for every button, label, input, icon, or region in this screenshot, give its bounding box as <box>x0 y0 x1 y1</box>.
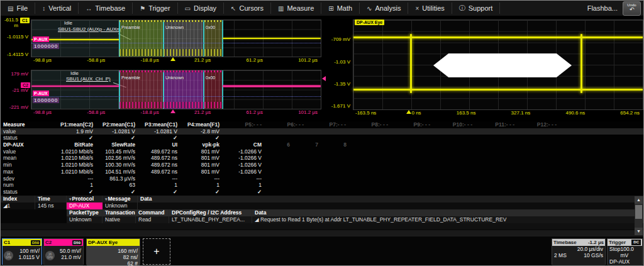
decode-subheader-data: Data <box>252 209 643 216</box>
c1-bus-chip[interactable]: P-AUX <box>33 36 49 42</box>
c2-bus-chip[interactable]: P-AUX <box>33 91 49 96</box>
c2-trigger-level-marker[interactable] <box>322 76 326 81</box>
eye-ylabel-1: -709 mV <box>323 36 350 42</box>
row-label: status <box>1 135 57 141</box>
scroll-down-icon[interactable]: ▼ <box>635 228 643 235</box>
dpaux-value: -1.0266 V <box>226 155 268 162</box>
status-check-icon: ✓ <box>142 189 184 196</box>
row-label: num <box>1 182 57 189</box>
measure-param-header[interactable]: P2:mean(C1) <box>99 121 142 128</box>
measure-param-header[interactable]: P11:- - - <box>479 121 521 128</box>
menu-item-timebase[interactable]: ↔Timebase <box>79 3 133 14</box>
c2-bus-value: 1000000 <box>33 97 59 103</box>
menu-item-display[interactable]: ▭Display <box>178 3 225 14</box>
decode-header-index[interactable]: Index <box>1 196 35 202</box>
undo-button[interactable]: Undo ↶ <box>623 1 641 16</box>
eye-diagram-grid[interactable]: DP-AUX Eye <box>353 19 643 110</box>
sort-icon: ▾ <box>105 197 108 201</box>
decode-row-time: 145 ns <box>35 202 67 209</box>
dpaux-param-header-dim: 8 <box>325 141 353 148</box>
c2-trace-idle <box>31 86 119 87</box>
measure-param-header[interactable]: P6:- - - <box>268 121 310 128</box>
eye-trace-high <box>353 36 643 38</box>
status-check-icon: ✓ <box>57 189 99 196</box>
plus-icon: + <box>153 246 159 257</box>
row-label: status <box>1 189 57 196</box>
decode-header-time[interactable]: Time <box>35 196 67 202</box>
measure-param-header[interactable]: P9:- - - <box>394 121 436 128</box>
measure-param-header[interactable]: P8:- - - <box>352 121 394 128</box>
c2-title: C2 <box>45 239 52 246</box>
menu-item-file[interactable]: ▤File <box>1 3 35 14</box>
status-check-icon: ✓ <box>226 189 268 196</box>
decode-empty-row <box>1 223 643 230</box>
measure-icon: ▥ <box>278 5 284 12</box>
c2-offset: 21.0 mV <box>60 254 81 260</box>
timebase-scale: 20.0 µs/div <box>577 246 603 252</box>
dpaux-value: 801 mV <box>184 169 226 175</box>
decode-header-message[interactable]: ▾Message <box>103 196 138 202</box>
measure-param-header[interactable]: P7:- - - <box>310 121 352 128</box>
add-trace-button[interactable]: + <box>143 238 170 265</box>
c2-ylabel-mid: -21 mV <box>1 87 28 93</box>
measure-param-header[interactable]: P1:mean(C2) <box>57 121 99 128</box>
eye-mask <box>433 53 572 77</box>
decode-row-index[interactable]: ◢1 <box>1 202 35 209</box>
timebase-samplerate: 10 GS/s <box>584 252 603 258</box>
flashback-status-text: Flashba... <box>587 4 618 12</box>
menu-item-trigger[interactable]: ⚑Trigger <box>133 3 177 14</box>
dpaux-value: 801 mV <box>184 148 226 155</box>
dpaux-value: 1 <box>142 182 184 189</box>
measure-header-row: MeasureP1:mean(C2)P2:mean(C1)P3:mean(C1)… <box>1 121 643 128</box>
c2-bits-bottom <box>119 102 223 108</box>
c2-bus-line <box>31 96 321 97</box>
menu-item-label: Timebase <box>95 4 125 12</box>
menu-item-analysis[interactable]: ∿Analysis <box>360 3 408 14</box>
decode-row-1[interactable]: ◢1 145 ns DP-AUX Unknown <box>1 202 643 209</box>
menu-item-utilities[interactable]: ×Utilities <box>408 3 452 14</box>
timebase-descriptor[interactable]: Timebase -1.2 µs 20.0 µs/div 2 MS 10 GS/… <box>552 238 606 265</box>
eye-hscale: 82 ns/ <box>118 254 138 260</box>
c2-trace-flat <box>223 86 321 87</box>
c1-waveform-grid[interactable]: Idle SBU1-SBU2 (AUXp - AUXn) Preamble Un… <box>31 19 321 57</box>
dpaux-value: --- <box>184 175 226 182</box>
c1-x-tick: 61.2 µs <box>247 57 263 63</box>
dpaux-value: 1.0210 Mbit/s <box>57 162 99 169</box>
channel-descriptor-c2[interactable]: C2 D50 16GHz 50.0 mV/ 21.0 mV <box>43 238 84 265</box>
measure-param-header[interactable]: P3:mean(C1) <box>142 121 184 128</box>
measure-param-header[interactable]: P10:- - - <box>436 121 479 128</box>
scroll-up-icon[interactable]: ▲ <box>635 196 643 204</box>
scrollbar-thumb[interactable] <box>635 205 642 219</box>
dpaux-header-row: DP-AUXBitRateSlewRateUIvpk-pkCM678 <box>1 141 643 148</box>
eye-title: DP-AUX Eye <box>88 239 118 246</box>
dpaux-value: -1.0266 V <box>226 148 268 155</box>
expand-icon[interactable]: ◢ <box>255 216 259 223</box>
c1-bus-line <box>31 43 321 43</box>
c2-x-tick: -58.8 µs <box>87 109 105 115</box>
waveform-display: -611.5 m C1 -1.0115 V -1.4115 V Idle SBU… <box>1 16 643 121</box>
channel-descriptor-c1[interactable]: C1 D50 16GHz 100 mV/ 1.0115 V <box>2 238 42 265</box>
menu-item-vertical[interactable]: ↕Vertical <box>35 3 79 14</box>
trace-descriptor-dpaux-eye[interactable]: DP-AUX Eye 160 mV/ 82 ns/ 62 # <box>86 238 140 265</box>
menu-item-math[interactable]: ⊞Math <box>321 3 360 14</box>
menu-item-cursors[interactable]: ↖Cursors <box>224 3 271 14</box>
decode-header-protocol[interactable]: ▾Protocol <box>67 196 103 202</box>
c2-waveform-grid[interactable]: Idle SBU1 (AUX_CH_P) Preamble Unknown 0x… <box>31 70 321 109</box>
dpaux-max-row: max1.0210 Mbit/s104.51 mV/s489.672 ns801… <box>1 169 643 175</box>
c1-x-tick: -58.8 µs <box>87 57 105 63</box>
dpaux-param-header: vpk-pk <box>184 141 226 148</box>
decode-subrow[interactable]: Unknown Native Read LT_TUNABLE_PHY_REPEA… <box>1 216 643 223</box>
menu-item-support[interactable]: ⓘSupport <box>452 3 501 14</box>
dpaux-value: 1.0210 Mbit/s <box>57 155 99 162</box>
menu-item-measure[interactable]: ▥Measure <box>271 3 321 14</box>
measure-param-header[interactable]: P12:- - - <box>521 121 563 128</box>
trigger-descriptor[interactable]: Trigger DC Stop 100.0 mV DP-AUX <box>607 238 643 265</box>
measure-param-header[interactable]: P4:mean(F1) <box>184 121 226 128</box>
decode-header-data[interactable]: Data <box>138 196 643 202</box>
eye-ylabel-2: -1.03 V <box>323 59 350 65</box>
dpaux-value: 102.56 mV/s <box>99 155 142 162</box>
measure-status-row: status✓✓✓✓ <box>1 135 643 141</box>
menu-item-label: Utilities <box>422 4 444 12</box>
decode-scrollbar[interactable]: ▲ ▼ <box>635 196 643 235</box>
measure-param-header[interactable]: P5:- - - <box>226 121 268 128</box>
